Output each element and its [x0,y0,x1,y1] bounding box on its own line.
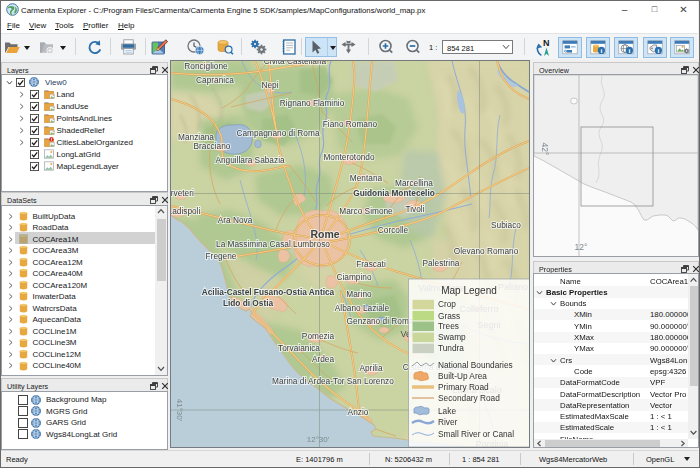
svg-text:Marina di Ardea-Tor San Lorenz: Marina di Ardea-Tor San Lorenzo [272,376,394,386]
svg-text:41°30': 41°30' [175,399,184,422]
svg-text:Torvaianica: Torvaianica [278,343,320,353]
svg-text:Guidonia Montecelio: Guidonia Montecelio [353,188,435,198]
svg-text:Marcellina: Marcellina [395,178,433,188]
svg-text:Subiaco: Subiaco [491,220,521,230]
svg-text:Rignano Flaminio: Rignano Flaminio [280,98,345,108]
svg-text:Rome: Rome [310,228,339,240]
svg-text:Ladispoli: Ladispoli [171,206,201,216]
svg-text:Grass: Grass [438,311,460,321]
svg-text:Albano Laziale: Albano Laziale [335,303,390,313]
svg-text:Trees: Trees [438,321,459,331]
svg-text:Secondary Road: Secondary Road [438,393,500,403]
svg-text:Palestrina: Palestrina [423,258,460,268]
svg-text:Campagnano di Roma: Campagnano di Roma [236,128,319,138]
svg-text:Marino: Marino [346,289,372,299]
svg-text:Fregene: Fregene [206,251,237,261]
svg-text:La Massimina Casal Lumbroso: La Massimina Casal Lumbroso [216,239,330,249]
svg-text:Ronciglione: Ronciglione [184,61,228,71]
svg-text:Ardea: Ardea [312,354,335,364]
svg-text:Fiano Romano: Fiano Romano [323,119,378,129]
svg-text:Olevano Romano: Olevano Romano [454,246,519,256]
svg-text:i: i [657,47,659,54]
svg-text:Mentana: Mentana [350,173,383,183]
svg-text:Monterotondo: Monterotondo [323,152,375,162]
svg-text:Anzio: Anzio [348,407,369,417]
svg-text:Primary Road: Primary Road [438,382,489,392]
svg-text:Tundra: Tundra [438,343,464,353]
svg-text:Pomezia: Pomezia [302,331,335,341]
svg-text:Map Legend: Map Legend [441,285,497,296]
svg-text:Crop: Crop [438,299,456,309]
svg-text:Ciampino: Ciampino [336,272,371,282]
svg-text:Marco Simone: Marco Simone [339,206,393,216]
svg-text:Cerveteri: Cerveteri [171,188,194,198]
svg-text:Acilia-Castel Fusano-Ostia Ant: Acilia-Castel Fusano-Ostia Antica [202,287,335,297]
svg-text:Lake: Lake [438,406,456,416]
svg-text:Genzano di Roma: Genzano di Roma [347,316,414,326]
svg-text:Capranica: Capranica [196,75,234,85]
svg-text:River: River [438,417,458,427]
svg-text:Anguillara Sabazia: Anguillara Sabazia [215,155,285,165]
svg-text:Aprilia: Aprilia [359,363,382,373]
svg-text:Civita Castellana: Civita Castellana [264,61,327,66]
svg-text:Corcolle: Corcolle [378,225,409,235]
svg-text:Built-Up Area: Built-Up Area [438,371,487,381]
svg-text:N: N [543,38,550,48]
svg-text:Ara Nova: Ara Nova [218,215,253,225]
svg-text:National Boundaries: National Boundaries [438,360,513,370]
svg-text:Tivoli: Tivoli [405,204,424,214]
svg-text:Bracciano: Bracciano [194,141,231,151]
svg-text:Swamp: Swamp [438,332,466,342]
svg-text:42°: 42° [540,143,550,156]
svg-text:i: i [600,47,602,54]
svg-text:12°30': 12°30' [307,435,330,444]
svg-text:12°: 12° [575,242,588,252]
svg-text:Lido di Ostia: Lido di Ostia [223,298,274,308]
svg-text:Nepi: Nepi [261,80,278,90]
svg-text:Frascati: Frascati [356,259,386,269]
svg-text:Small River or Canal: Small River or Canal [438,429,514,439]
svg-text:i: i [628,47,630,54]
